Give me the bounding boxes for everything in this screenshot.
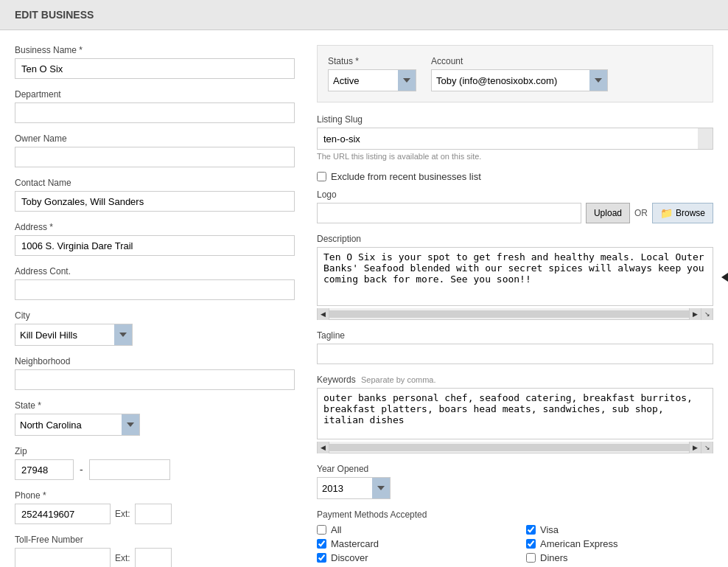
zip-input[interactable] — [15, 459, 74, 480]
status-account-box: Status * Active Account — [317, 45, 713, 102]
account-group: Account Toby (info@tenosixobx.com) — [431, 56, 702, 91]
payment-amex-checkbox[interactable] — [526, 539, 536, 549]
status-label: Status * — [328, 56, 416, 66]
status-group: Status * Active — [328, 56, 416, 91]
arrow-annotation — [721, 265, 728, 289]
tollfree-label: Toll-Free Number — [15, 535, 295, 545]
payment-methods-group: Payment Methods Accepted All Visa Master… — [317, 509, 713, 567]
account-select[interactable]: Toby (info@tenosixobx.com) — [432, 70, 589, 91]
business-name-input[interactable] — [15, 58, 295, 79]
payment-methods-label: Payment Methods Accepted — [317, 509, 713, 520]
status-select[interactable]: Active — [329, 70, 398, 91]
state-select[interactable]: North Carolina — [15, 414, 122, 435]
address-cont-label: Address Cont. — [15, 266, 295, 276]
description-group: Description Ten O Six is your spot to ge… — [317, 234, 713, 320]
status-dropdown-arrow[interactable] — [398, 70, 416, 91]
keywords-label: Keywords Separate by comma. — [317, 375, 713, 385]
address-input[interactable] — [15, 235, 295, 256]
tagline-input[interactable] — [317, 344, 713, 364]
phone-input[interactable] — [15, 504, 111, 524]
kw-scroll-right-button[interactable]: ▶ — [689, 442, 701, 453]
city-select-wrapper[interactable]: Kill Devil Hills — [15, 324, 133, 346]
description-label: Description — [317, 234, 713, 244]
account-dropdown-arrow[interactable] — [589, 70, 607, 91]
tollfree-input[interactable] — [15, 548, 111, 567]
logo-input[interactable] — [317, 203, 581, 223]
year-opened-label: Year Opened — [317, 464, 713, 474]
year-select-wrapper[interactable]: 2013 — [317, 477, 391, 499]
kw-resize-handle[interactable]: ↘ — [701, 442, 713, 453]
chevron-down-icon — [127, 422, 134, 427]
right-column: Status * Active Account — [317, 45, 713, 567]
department-label: Department — [15, 89, 295, 100]
address-cont-input[interactable] — [15, 279, 295, 300]
contact-name-input[interactable] — [15, 191, 295, 212]
exclude-checkbox[interactable] — [317, 172, 326, 181]
zip-extra-input[interactable] — [89, 459, 170, 480]
keywords-hint: Separate by comma. — [361, 375, 436, 384]
payment-all-checkbox[interactable] — [317, 525, 326, 535]
kw-scroll-left-button[interactable]: ◀ — [318, 442, 329, 453]
keywords-textarea[interactable]: outer banks personal chef, seafood cater… — [317, 388, 713, 439]
owner-name-input[interactable] — [15, 147, 295, 167]
description-scroll-area: Ten O Six is your spot to get fresh and … — [317, 247, 713, 320]
browse-button[interactable]: 📁 Browse — [652, 203, 713, 223]
department-group: Department — [15, 89, 295, 123]
phone-ext-label: Ext: — [115, 509, 130, 519]
payment-mastercard-checkbox[interactable] — [317, 539, 326, 549]
listing-slug-input[interactable] — [318, 128, 698, 149]
listing-slug-group: Listing Slug The URL this listing is ava… — [317, 114, 713, 161]
payment-amex-label: American Express — [540, 538, 617, 549]
payment-discover-label: Discover — [331, 552, 368, 563]
business-name-label: Business Name * — [15, 45, 295, 55]
city-dropdown-arrow[interactable] — [114, 324, 132, 345]
payment-diners-checkbox[interactable] — [526, 553, 536, 563]
description-textarea[interactable]: Ten O Six is your spot to get fresh and … — [317, 247, 713, 306]
kw-scroll-track[interactable] — [329, 444, 689, 451]
upload-button[interactable]: Upload — [586, 203, 630, 223]
tollfree-ext-input[interactable] — [135, 548, 172, 567]
contact-name-label: Contact Name — [15, 178, 295, 188]
payment-discover-checkbox[interactable] — [317, 553, 326, 563]
chevron-down-icon — [377, 486, 385, 490]
payment-visa-checkbox[interactable] — [526, 525, 536, 535]
page-title: EDIT BUSINESS — [15, 9, 94, 21]
url-hint: The URL this listing is available at on … — [317, 152, 713, 161]
state-select-wrapper[interactable]: North Carolina — [15, 414, 140, 436]
keywords-scrollbar[interactable]: ◀ ▶ ↘ — [317, 442, 713, 453]
exclude-label: Exclude from recent businesses list — [331, 171, 481, 182]
payment-mastercard: Mastercard — [317, 538, 504, 549]
logo-label: Logo — [317, 189, 713, 200]
status-select-wrapper[interactable]: Active — [328, 69, 416, 91]
city-select[interactable]: Kill Devil Hills — [15, 324, 114, 345]
payment-methods-grid: All Visa Mastercard American Express — [317, 524, 713, 567]
scroll-right-button[interactable]: ▶ — [689, 308, 701, 320]
address-cont-group: Address Cont. — [15, 266, 295, 300]
keywords-group: Keywords Separate by comma. outer banks … — [317, 375, 713, 453]
payment-mastercard-label: Mastercard — [331, 538, 379, 549]
payment-diners-label: Diners — [540, 552, 568, 563]
chevron-down-icon — [595, 78, 602, 83]
arrow-head-icon — [721, 265, 728, 289]
neighborhood-input[interactable] — [15, 369, 295, 390]
state-group: State * North Carolina — [15, 400, 295, 436]
address-label: Address * — [15, 222, 295, 232]
browse-label: Browse — [676, 208, 705, 218]
state-dropdown-arrow[interactable] — [122, 414, 139, 435]
description-scrollbar[interactable]: ◀ ▶ ↘ — [317, 308, 713, 320]
or-text: OR — [634, 208, 648, 218]
year-dropdown-arrow[interactable] — [372, 478, 390, 498]
scroll-left-button[interactable]: ◀ — [318, 308, 329, 320]
department-input[interactable] — [15, 102, 295, 123]
year-select[interactable]: 2013 — [318, 478, 372, 498]
owner-name-group: Owner Name — [15, 133, 295, 167]
folder-icon: 📁 — [660, 207, 673, 219]
zip-dash: - — [78, 464, 85, 476]
scroll-track[interactable] — [329, 310, 689, 318]
chevron-down-icon — [403, 78, 410, 83]
resize-handle[interactable]: ↘ — [701, 308, 713, 320]
payment-all-label: All — [331, 524, 341, 535]
slug-end — [698, 128, 713, 149]
account-select-wrapper[interactable]: Toby (info@tenosixobx.com) — [431, 69, 608, 91]
phone-ext-input[interactable] — [135, 504, 172, 524]
